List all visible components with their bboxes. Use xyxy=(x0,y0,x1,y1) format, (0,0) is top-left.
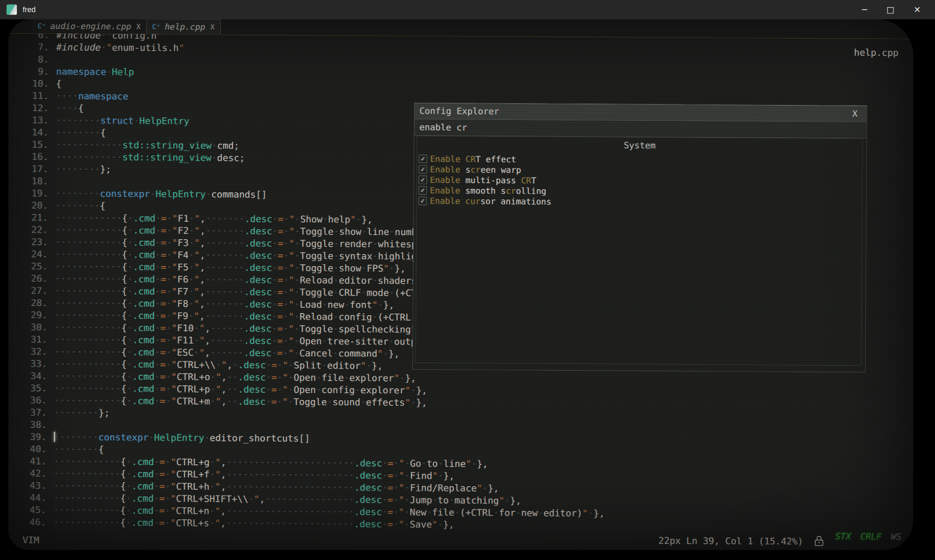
line-content: ····{ xyxy=(56,102,84,114)
option-label: Enable CRT effect xyxy=(430,154,516,164)
line-number: 21. xyxy=(8,211,55,224)
line-content: ····namespace xyxy=(56,90,128,102)
line-number: 31. xyxy=(8,333,55,346)
line-number: 39. xyxy=(8,430,54,443)
line-number: 10. xyxy=(8,78,56,90)
line-number: 42. xyxy=(8,467,54,480)
line-number: 26. xyxy=(8,272,55,285)
status-flag-WS[interactable]: WS xyxy=(891,531,901,542)
line-number: 11. xyxy=(8,90,56,102)
line-content: ············{·.cmd·=·"CTRL+m·",··.desc·=… xyxy=(54,394,427,409)
line-number: 41. xyxy=(8,455,54,467)
line-number: 25. xyxy=(8,260,55,272)
config-list-panel: System ✓Enable CRT effect✓Enable screen … xyxy=(415,136,862,366)
line-number: 15. xyxy=(8,138,56,151)
line-content: ············std::string_view·cmd; xyxy=(56,139,240,152)
editor-mode-indicator: VIM xyxy=(23,535,39,545)
checkbox-checked-icon[interactable]: ✓ xyxy=(419,186,427,194)
line-number: 45. xyxy=(8,504,53,516)
line-number: 28. xyxy=(8,297,55,309)
line-number: 18. xyxy=(8,175,55,187)
line-number: 16. xyxy=(8,150,56,163)
status-flag-STX[interactable]: STX xyxy=(835,531,851,541)
line-content: ········constexpr·HelpEntry·editor_short… xyxy=(54,431,310,445)
checkbox-checked-icon[interactable]: ✓ xyxy=(419,154,427,163)
crt-screen: C⁺audio-engine.cppXC⁺help.cppX help.cpp … xyxy=(8,19,913,550)
line-content: { xyxy=(56,78,62,90)
line-content: namespace·Help xyxy=(56,65,134,78)
line-number: 24. xyxy=(8,248,55,260)
tab-audio-engine.cpp[interactable]: C⁺audio-engine.cppX xyxy=(32,19,146,34)
line-content: ········struct·HelpEntry xyxy=(56,114,190,127)
line-number: 38. xyxy=(8,418,54,431)
line-number: 36. xyxy=(8,394,54,407)
config-explorer-popup: Config Explorer X enable cr System ✓Enab… xyxy=(412,103,867,373)
line-number: 14. xyxy=(8,126,56,139)
tab-label: help.cpp xyxy=(165,22,206,32)
popup-title: Config Explorer xyxy=(414,106,499,117)
line-content: ········}; xyxy=(54,407,110,419)
option-label: Enable multi-pass CRT xyxy=(430,175,537,186)
line-number: 6. xyxy=(9,33,56,41)
checkbox-checked-icon[interactable]: ✓ xyxy=(419,175,427,184)
option-label: Enable screen warp xyxy=(430,164,521,175)
line-number: 9. xyxy=(8,65,56,78)
line-number: 35. xyxy=(8,382,54,394)
line-number: 12. xyxy=(8,102,56,114)
line-number: 33. xyxy=(8,358,55,370)
config-option-Enable cursor animations[interactable]: ✓Enable cursor animations xyxy=(419,195,862,209)
line-content: #include·"enum-utils.h" xyxy=(56,41,184,54)
search-query-text: enable cr xyxy=(415,122,467,133)
line-number: 43. xyxy=(8,479,54,492)
line-number: 40. xyxy=(8,443,54,455)
line-number: 7. xyxy=(9,41,56,53)
cursor-position-status: 22px Ln 39, Col 1 (15.42%) xyxy=(659,535,803,547)
checkbox-checked-icon[interactable]: ✓ xyxy=(419,165,427,173)
line-content: ············std::string_view·desc; xyxy=(55,151,245,164)
line-number: 27. xyxy=(8,285,55,297)
line-number: 13. xyxy=(8,114,56,127)
line-number: 30. xyxy=(8,321,55,334)
line-number: 22. xyxy=(8,223,55,236)
config-option-list: ✓Enable CRT effect✓Enable screen warp✓En… xyxy=(419,153,862,209)
tab-close-icon[interactable]: X xyxy=(210,23,214,31)
line-number: 8. xyxy=(9,53,56,65)
minimize-button[interactable]: ─ xyxy=(862,0,867,19)
line-content: ············{·.cmd·=·"CTRL+\\·",·.desc·=… xyxy=(54,358,383,372)
line-number: 44. xyxy=(8,492,54,504)
popup-close-icon[interactable]: X xyxy=(852,109,867,119)
line-content: ········{ xyxy=(54,443,104,456)
line-content: ········}; xyxy=(55,163,111,176)
line-content: ············{·.cmd·=·"F1·",·······.desc·… xyxy=(55,212,373,226)
line-number: 19. xyxy=(8,187,55,200)
config-search-input[interactable]: enable cr xyxy=(414,119,867,139)
status-flag-CRLF[interactable]: CRLF xyxy=(860,531,882,542)
line-number: 32. xyxy=(8,345,55,358)
popup-titlebar[interactable]: Config Explorer X xyxy=(414,103,867,122)
cpp-file-icon: C⁺ xyxy=(37,22,46,30)
checkbox-checked-icon[interactable]: ✓ xyxy=(419,197,427,205)
line-content: #include·"config.h" xyxy=(56,33,162,41)
tab-close-icon[interactable]: X xyxy=(136,22,141,31)
status-bar-right: 22px Ln 39, Col 1 (15.42%) STXCRLFWS xyxy=(659,535,901,547)
maximize-button[interactable]: □ xyxy=(886,0,894,19)
tab-help.cpp[interactable]: C⁺help.cppX xyxy=(146,19,221,34)
line-number: 34. xyxy=(8,370,54,382)
line-number: 46. xyxy=(8,516,53,529)
line-content: ········{ xyxy=(56,126,106,139)
padlock-icon[interactable] xyxy=(814,535,824,547)
file-format-flags: STXCRLFWS xyxy=(835,531,901,542)
tab-label: audio-engine.cpp xyxy=(50,21,131,31)
option-label: Enable smooth scrolling xyxy=(430,185,547,196)
close-button[interactable]: ✕ xyxy=(914,0,921,19)
line-number: 20. xyxy=(8,199,55,212)
cpp-file-icon: C⁺ xyxy=(152,22,161,31)
section-header: System xyxy=(417,139,862,152)
line-content: ········constexpr·HelpEntry·commands[] xyxy=(55,187,267,201)
line-number: 37. xyxy=(8,406,54,419)
line-number: 23. xyxy=(8,236,55,248)
line-content: ········{ xyxy=(55,200,106,212)
app-icon xyxy=(7,5,17,15)
line-content: ············{·.cmd·=·"CTRL+s·",·········… xyxy=(53,516,454,531)
line-number: 17. xyxy=(8,163,55,175)
